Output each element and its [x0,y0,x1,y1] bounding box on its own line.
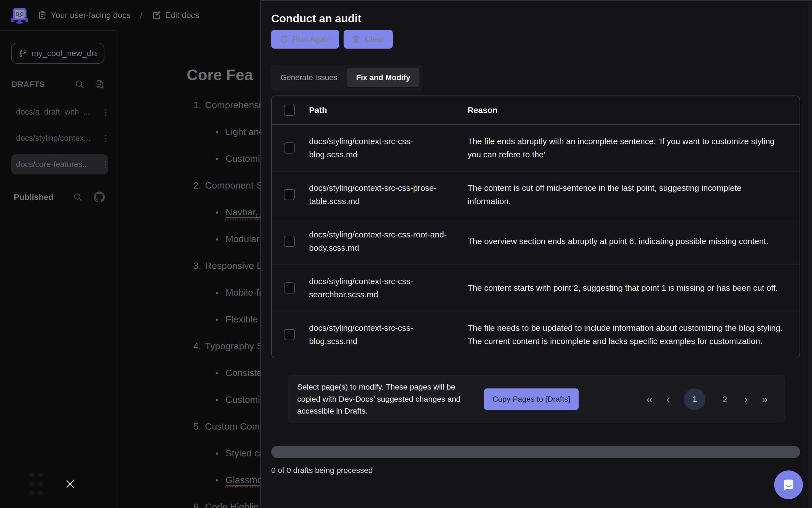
doc-outline-item: 5.Custom Comp [187,421,264,432]
run-again-button[interactable]: Run Again [271,30,339,49]
page-number[interactable]: 2 [719,394,730,404]
kebab-menu-icon[interactable]: ⋮ [102,160,110,169]
close-icon[interactable] [65,478,76,490]
first-page-icon[interactable]: « [647,394,653,405]
audit-table-row: docs/styling/context-src-css-searchbar.s… [272,265,800,311]
draft-item[interactable]: docs/core-features... ⋮ [11,154,108,174]
doc-outline: 1.Comprehensi •Light and •Customiz 2.Com… [187,100,264,508]
clear-label: Clear [365,35,384,44]
published-search-icon[interactable] [73,192,83,202]
doc-outline-item: •Consister [187,368,264,378]
new-draft-icon[interactable] [95,79,105,89]
pagination: « ‹ 1 2 › » [647,388,768,410]
breadcrumb-docs-label: Your user-facing docs [51,10,131,20]
doc-outline-item: •Mobile-fi [187,287,264,298]
page-number[interactable]: 1 [684,388,705,410]
path-column-header: Path [309,105,468,115]
path-cell: docs/styling/context-src-css-blog.scss.m… [309,322,468,348]
reason-cell: The content starts with point 2, suggest… [468,281,800,295]
refresh-icon [280,35,288,44]
edit-docs-icon [152,10,161,20]
path-cell: docs/styling/context-src-css-prose-table… [309,181,468,208]
chat-widget-button[interactable] [774,470,803,499]
kebab-menu-icon[interactable]: ⋮ [102,107,110,117]
clipboard-icon [38,10,47,20]
row-checkbox[interactable] [284,283,295,294]
select-pages-note: Select page(s) to modify. These pages wi… [297,381,473,417]
audit-table: Path Reason docs/styling/context-src-css… [271,95,800,358]
draft-item[interactable]: docs/styling/contex... ⋮ [11,128,108,148]
row-checkbox[interactable] [284,189,295,200]
git-branch-icon [18,49,27,58]
draft-item-label: docs/styling/contex... [16,134,90,143]
doc-outline-item: •Modular [187,234,264,244]
audit-table-row: docs/styling/context-src-css-blog.scss.m… [272,311,800,358]
audit-table-header: Path Reason [272,96,800,125]
audit-title: Conduct an audit [271,12,800,25]
audit-table-row: docs/styling/context-src-css-prose-table… [272,171,800,218]
drafts-list: docs/a_draft_with_... ⋮ docs/styling/con… [0,102,116,174]
trash-icon [352,35,360,43]
reason-column-header: Reason [468,105,800,115]
audit-table-body: docs/styling/context-src-css-blog.scss.m… [272,125,800,358]
reason-cell: The file needs to be updated to include … [468,322,800,348]
draft-item[interactable]: docs/a_draft_with_... ⋮ [11,102,108,122]
breadcrumb-docs[interactable]: Your user-facing docs [38,10,131,20]
doc-outline-item: 4.Typography S [187,341,264,351]
published-heading: Published [14,193,53,202]
doc-outline-item: 2.Component-S [187,180,264,191]
audit-tab[interactable]: Generate Issues [271,68,347,87]
modal-scrollbar-track[interactable] [808,2,812,508]
row-checkbox[interactable] [284,142,295,154]
run-again-label: Run Again [293,35,331,44]
doc-outline-item: •Navbar, s [187,207,264,218]
breadcrumb: Your user-facing docs / Edit docs [38,10,199,20]
breadcrumb-edit-label: Edit docs [165,10,199,20]
last-page-icon[interactable]: » [762,394,768,405]
row-checkbox[interactable] [284,236,295,247]
audit-table-row: docs/styling/context-src-css-root-and-bo… [272,218,800,265]
doc-title: Core Fea [187,66,264,84]
breadcrumb-edit-docs[interactable]: Edit docs [152,10,199,20]
doc-outline-item: 6.Code Highlig [187,501,264,508]
row-checkbox[interactable] [284,329,295,340]
drafts-header: DRAFTS [12,79,105,89]
doc-outline-item: 1.Comprehensi [187,100,264,111]
page-numbers: 1 2 [684,388,730,410]
path-cell: docs/styling/context-src-css-root-and-bo… [309,228,468,255]
next-page-icon[interactable]: › [744,394,748,405]
path-cell: docs/styling/context-src-css-blog.scss.m… [309,135,468,161]
drafts-heading: DRAFTS [12,80,45,89]
prev-page-icon[interactable]: ‹ [666,394,670,405]
select-all-checkbox[interactable] [284,104,295,116]
clear-button[interactable]: Clear [343,30,393,49]
copy-pages-panel: Select page(s) to modify. These pages wi… [288,375,785,423]
drag-handle-icon[interactable] [29,473,43,495]
draft-item-label: docs/a_draft_with_... [16,108,90,117]
doc-outline-item: •Light and [187,126,264,137]
chat-bubble-icon [781,477,796,493]
doc-outline-item: •Customiz [187,394,264,405]
drafts-progress-bar[interactable] [271,446,800,458]
branch-name: my_cool_new_dra... [32,49,97,58]
top-navbar: Your user-facing docs / Edit docs [0,0,260,30]
doc-outline-item: •Styled ca [187,448,264,459]
doc-outline-item: •Flexible la [187,314,264,325]
path-cell: docs/styling/context-src-css-searchbar.s… [309,275,468,301]
widget-controls [29,473,76,495]
reason-cell: The overview section ends abruptly at po… [468,235,800,248]
kebab-menu-icon[interactable]: ⋮ [102,133,110,143]
branch-selector[interactable]: my_cool_new_dra... [11,43,105,64]
copy-pages-button[interactable]: Copy Pages to [Drafts] [484,388,579,410]
audit-tab[interactable]: Fix and Modify [347,68,419,87]
audit-actions: Run Again Clear [271,30,800,49]
audit-tabs: Generate Issues Fix and Modify [271,65,423,91]
drafts-search-icon[interactable] [75,79,84,89]
doc-outline-item: •Customiz [187,153,264,164]
sidebar: my_cool_new_dra... DRAFTS docs/a_draft_w… [0,30,116,508]
breadcrumb-separator: / [140,10,143,20]
github-icon[interactable] [94,192,105,203]
doc-outline-item: •Glassmor [187,475,264,485]
devdocs-robot-logo [10,6,29,24]
reason-cell: The content is cut off mid-sentence in t… [468,181,800,208]
